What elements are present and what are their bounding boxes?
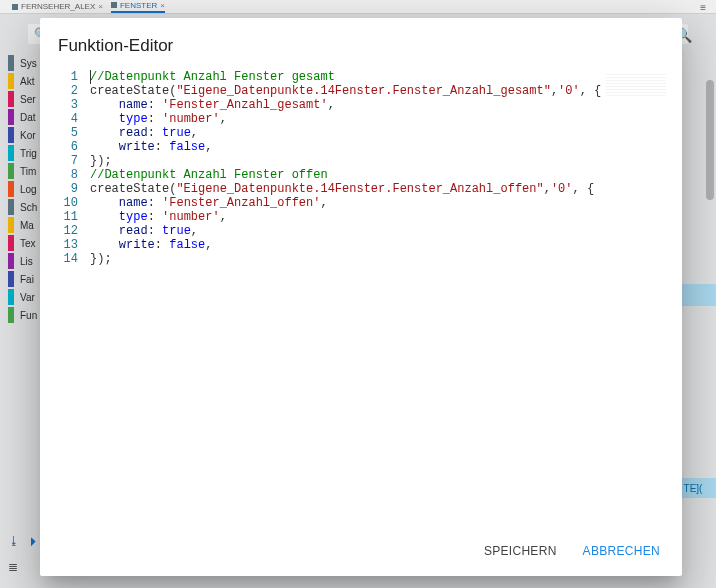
line-number: 8	[54, 168, 78, 182]
code-line[interactable]: });	[90, 154, 601, 168]
line-number: 5	[54, 126, 78, 140]
code-line[interactable]: //Datenpunkt Anzahl Fenster gesamt	[90, 70, 601, 84]
token-string: '0'	[551, 182, 573, 196]
token-propname: read	[119, 126, 148, 140]
line-number: 1	[54, 70, 78, 84]
token-fn: createState(	[90, 182, 176, 196]
token-fn: ,	[544, 182, 551, 196]
line-number: 2	[54, 84, 78, 98]
token-type: type	[119, 112, 148, 126]
token-propname: name	[119, 98, 148, 112]
line-number: 13	[54, 238, 78, 252]
dialog-title: Funktion-Editor	[40, 18, 682, 62]
token-colon: :	[148, 224, 162, 238]
token-colon: :	[155, 140, 169, 154]
token-comment: //Datenpunkt Anzahl Fenster offen	[90, 168, 328, 182]
token-fn: , {	[573, 182, 595, 196]
code-line[interactable]: //Datenpunkt Anzahl Fenster offen	[90, 168, 601, 182]
line-number: 14	[54, 252, 78, 266]
token-fn: ,	[191, 224, 198, 238]
token-string: 'number'	[162, 210, 220, 224]
token-fn: ,	[205, 140, 212, 154]
token-type: type	[119, 210, 148, 224]
code-line[interactable]: type: 'number',	[90, 210, 601, 224]
minimap[interactable]	[606, 74, 666, 98]
function-editor-dialog: Funktion-Editor 1234567891011121314 //Da…	[40, 18, 682, 576]
line-number: 3	[54, 98, 78, 112]
code-line[interactable]: name: 'Fenster_Anzahl_gesamt',	[90, 98, 601, 112]
token-string: "Eigene_Datenpunkte.14Fenster.Fenster_An…	[176, 182, 543, 196]
line-number: 11	[54, 210, 78, 224]
token-colon: :	[148, 98, 162, 112]
token-bool: false	[169, 140, 205, 154]
token-string: 'Fenster_Anzahl_offen'	[162, 196, 320, 210]
code-line[interactable]: write: false,	[90, 238, 601, 252]
token-bool: false	[169, 238, 205, 252]
token-fn: , {	[580, 84, 602, 98]
token-fn: ,	[328, 98, 335, 112]
line-number: 7	[54, 154, 78, 168]
token-bool: true	[162, 126, 191, 140]
line-number: 4	[54, 112, 78, 126]
token-propname: name	[119, 196, 148, 210]
token-fn: ,	[551, 84, 558, 98]
token-comment: //Datenpunkt Anzahl Fenster gesamt	[90, 70, 335, 84]
token-string: "Eigene_Datenpunkte.14Fenster.Fenster_An…	[176, 84, 550, 98]
token-fn: ,	[220, 210, 227, 224]
code-line[interactable]: type: 'number',	[90, 112, 601, 126]
code-line[interactable]: read: true,	[90, 224, 601, 238]
token-propname: read	[119, 224, 148, 238]
dialog-actions: SPEICHERN ABBRECHEN	[40, 528, 682, 576]
token-fn: ,	[220, 112, 227, 126]
cancel-button[interactable]: ABBRECHEN	[575, 538, 668, 564]
save-button[interactable]: SPEICHERN	[476, 538, 565, 564]
token-bool: true	[162, 224, 191, 238]
code-line[interactable]: createState("Eigene_Datenpunkte.14Fenste…	[90, 84, 601, 98]
line-number: 10	[54, 196, 78, 210]
line-number: 12	[54, 224, 78, 238]
token-fn: ,	[320, 196, 327, 210]
token-string: 'number'	[162, 112, 220, 126]
token-colon: :	[148, 210, 162, 224]
token-colon: :	[155, 238, 169, 252]
code-line[interactable]: write: false,	[90, 140, 601, 154]
line-number: 6	[54, 140, 78, 154]
token-fn: ,	[191, 126, 198, 140]
code-line[interactable]: });	[90, 252, 601, 266]
token-string: '0'	[558, 84, 580, 98]
token-fn: createState(	[90, 84, 176, 98]
token-propname: write	[119, 238, 155, 252]
code-editor[interactable]: 1234567891011121314 //Datenpunkt Anzahl …	[54, 70, 668, 528]
token-colon: :	[148, 196, 162, 210]
line-number-gutter: 1234567891011121314	[54, 70, 84, 266]
token-colon: :	[148, 112, 162, 126]
token-fn: });	[90, 252, 112, 266]
token-string: 'Fenster_Anzahl_gesamt'	[162, 98, 328, 112]
code-line[interactable]: read: true,	[90, 126, 601, 140]
token-fn: ,	[205, 238, 212, 252]
line-number: 9	[54, 182, 78, 196]
token-propname: write	[119, 140, 155, 154]
token-colon: :	[148, 126, 162, 140]
code-line[interactable]: createState("Eigene_Datenpunkte.14Fenste…	[90, 182, 601, 196]
token-fn: });	[90, 154, 112, 168]
code-line[interactable]: name: 'Fenster_Anzahl_offen',	[90, 196, 601, 210]
code-content[interactable]: //Datenpunkt Anzahl Fenster gesamtcreate…	[90, 70, 601, 266]
